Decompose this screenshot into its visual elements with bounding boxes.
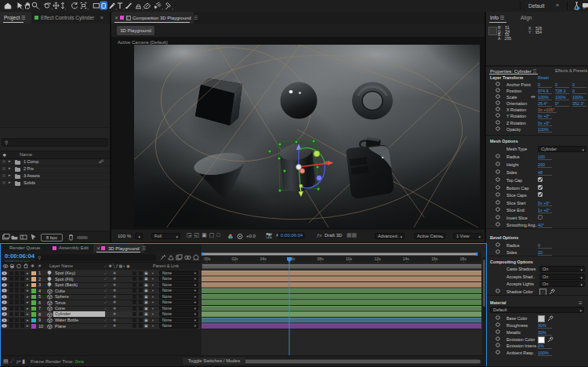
svg-text:14s: 14s — [403, 256, 410, 261]
svg-text:08s: 08s — [318, 256, 325, 261]
svg-text:02s: 02s — [231, 256, 238, 261]
svg-text:10s: 10s — [346, 256, 353, 261]
svg-text::00s: :00s — [203, 256, 211, 261]
svg-text:18s: 18s — [460, 256, 467, 261]
svg-text:04s: 04s — [260, 256, 267, 261]
svg-text:12s: 12s — [374, 256, 381, 261]
svg-text:16s: 16s — [431, 256, 438, 261]
